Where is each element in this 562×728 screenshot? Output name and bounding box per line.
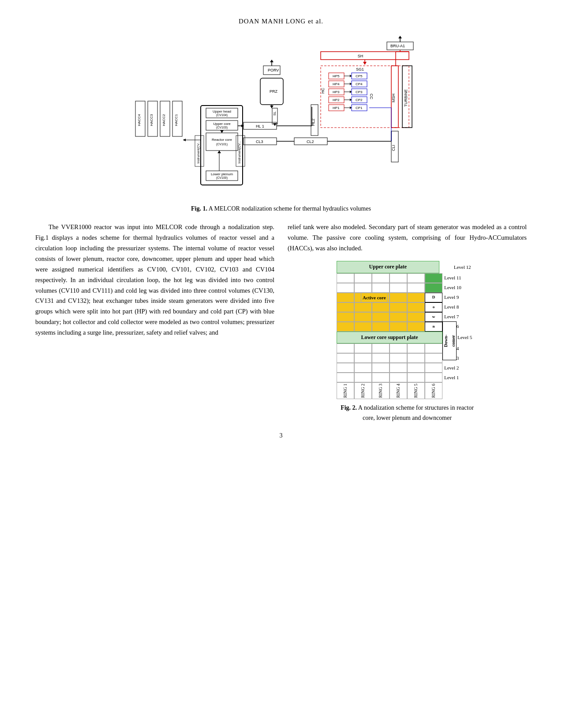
table-row: Level 1 [337,373,478,382]
ring-labels-row: RING 1 RING 2 RING 3 RING 4 RING 5 [337,382,478,399]
svg-text:(CV104): (CV104) [216,113,228,117]
svg-text:CP3: CP3 [356,90,363,94]
table-row: Level 11 [337,273,478,283]
table-row: Level 4 [337,343,478,353]
upper-core-plate-label: Upper core plate [337,261,439,273]
svg-text:TURBINE: TURBINE [404,89,408,107]
svg-text:(CV101): (CV101) [216,143,228,146]
svg-text:(CV100): (CV100) [216,176,228,180]
svg-text:HP3: HP3 [333,90,340,94]
active-core-label: Active core [361,293,388,302]
svg-text:SG1: SG1 [356,67,364,72]
svg-text:Reactor core: Reactor core [212,138,232,142]
svg-text:SH: SH [358,54,363,58]
svg-text:BRU-A1: BRU-A1 [390,44,405,48]
svg-text:CLI: CLI [391,145,396,151]
col-left-text: The VVER1000 reactor was input into MELC… [35,222,274,423]
svg-text:CP1: CP1 [356,106,363,110]
table-row: Level 10 [337,283,478,293]
svg-rect-58 [272,108,277,124]
two-column-section: The VVER1000 reactor was input into MELC… [35,222,527,423]
svg-marker-25 [350,91,352,93]
page-number: 3 [35,432,527,439]
svg-text:HP1: HP1 [333,106,340,110]
svg-text:HACC1: HACC1 [174,114,178,126]
svg-text:CL2: CL2 [307,140,314,144]
fig1-container: BRU-A1 SH SG1 HP5 CP5 HP4 CP4 HP3 [35,34,527,202]
svg-text:HACC3: HACC3 [150,114,154,126]
svg-marker-112 [217,151,221,153]
col-right-content: relief tank were also modeled. Secondary… [288,222,527,423]
table-row: o Level 8 [337,302,459,312]
fig1-caption: Fig. 1. A MELCOR nodalization scheme for… [35,205,527,212]
table-row: D Level 9 [337,293,459,302]
svg-text:CP4: CP4 [356,82,363,86]
fig2-caption: Fig. 2. A nodalization scheme for struct… [337,403,478,423]
svg-text:Lower plenum: Lower plenum [211,172,233,176]
svg-text:HACC2: HACC2 [162,114,166,126]
svg-marker-7 [363,62,367,65]
svg-text:Instrument(CV...: Instrument(CV... [197,141,200,163]
svg-marker-104 [270,106,274,108]
downcomer-label: Down-comer [442,321,457,360]
svg-rect-76 [206,133,238,151]
svg-text:(CV103): (CV103) [216,126,228,129]
svg-marker-31 [350,98,352,101]
table-row: Level 3 [337,353,478,363]
svg-marker-106 [273,123,277,126]
svg-text:CC: CC [369,94,374,99]
svg-marker-37 [350,106,352,109]
table-row: w Level 7 [337,312,459,322]
lower-core-support-label: Lower core support plate [337,332,442,344]
svg-text:CL3: CL3 [256,140,263,144]
svg-text:HACC4: HACC4 [137,114,141,126]
svg-text:HC: HC [321,88,325,94]
svg-text:PORV: PORV [268,68,279,72]
svg-text:HP2: HP2 [333,98,340,102]
svg-marker-54 [270,60,274,62]
svg-text:MSH: MSH [391,94,396,102]
svg-text:SL: SL [273,111,277,116]
svg-text:Instrument(CV...: Instrument(CV... [238,141,241,163]
active-core-section: D Level 9 o [337,293,478,332]
svg-text:Upper head: Upper head [213,109,231,113]
svg-marker-3 [398,36,402,38]
svg-text:CP5: CP5 [356,74,363,78]
svg-text:HP4: HP4 [333,82,340,86]
fig2-grid: Upper core plate Level 12 Level [337,261,478,400]
fig2-wrapper: Upper core plate Level 12 Level [288,261,527,423]
svg-text:HP5: HP5 [333,74,340,78]
table-row: n Level 6 [337,322,459,332]
page-title: DOAN MANH LONG et al. [35,18,527,25]
fig1-diagram: BRU-A1 SH SG1 HP5 CP5 HP4 CP4 HP3 [127,34,435,202]
svg-marker-13 [350,75,352,77]
table-row: Level 2 [337,363,478,373]
svg-marker-108 [183,139,186,141]
svg-text:CP2: CP2 [356,98,363,102]
svg-marker-19 [350,83,352,85]
svg-text:PRZ: PRZ [270,89,278,94]
svg-text:HL 1: HL 1 [256,124,264,128]
svg-text:Upper core: Upper core [213,122,231,126]
svg-marker-110 [220,130,224,133]
